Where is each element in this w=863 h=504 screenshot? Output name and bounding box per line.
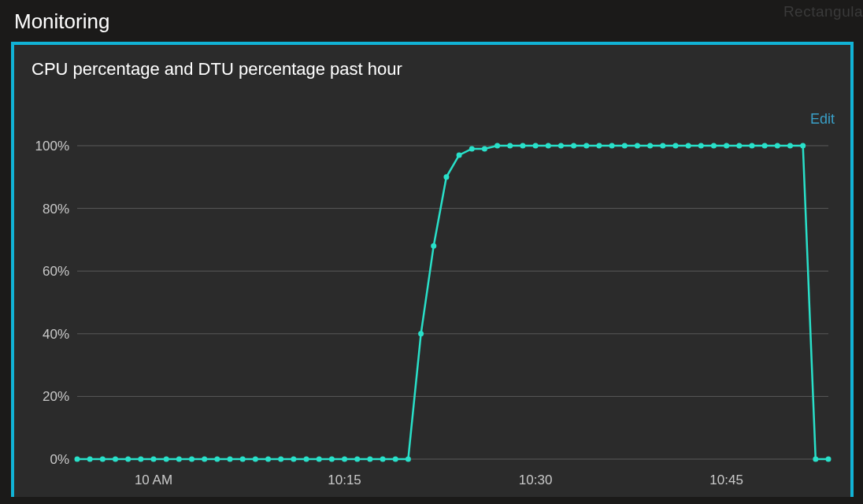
series-point (494, 143, 500, 149)
x-axis-tick-label: 10 AM (135, 472, 172, 487)
series-point (354, 457, 360, 462)
series-point (75, 457, 80, 462)
series-point (775, 143, 780, 149)
page-title: Monitoring (0, 0, 863, 42)
series-point (406, 457, 411, 462)
series-point (787, 143, 793, 149)
series-point (660, 143, 665, 149)
series-point (711, 143, 717, 149)
series-point (189, 457, 194, 462)
series-point (469, 146, 475, 151)
series-point (393, 457, 398, 462)
series-point (253, 457, 258, 462)
series-point (571, 143, 576, 149)
series-point (125, 457, 131, 462)
series-point (533, 143, 539, 149)
series-point (176, 457, 182, 462)
series-point (647, 143, 653, 149)
y-axis-tick-label: 40% (43, 327, 69, 342)
y-axis-tick-label: 60% (43, 264, 69, 279)
series-point (87, 457, 93, 462)
series-point (609, 143, 615, 149)
edit-link[interactable]: Edit (810, 111, 835, 128)
series-line-cpu (77, 146, 828, 459)
series-point (367, 457, 372, 462)
y-axis-tick-label: 100% (35, 139, 69, 154)
series-point (431, 243, 436, 249)
y-axis-tick-label: 20% (43, 389, 69, 404)
series-point (520, 143, 525, 149)
series-point (342, 457, 347, 462)
series-point (317, 457, 322, 462)
series-point (278, 457, 283, 462)
series-point (546, 143, 551, 149)
series-point (202, 457, 207, 462)
series-point (380, 457, 386, 462)
series-point (228, 457, 233, 462)
series-point (100, 457, 106, 462)
series-point (443, 174, 449, 180)
chart-svg: 0%20%40%60%80%100%10 AM10:1510:3010:45 (30, 139, 835, 500)
series-point (457, 152, 462, 158)
series-point (583, 143, 589, 149)
series-point (762, 143, 768, 149)
series-point (240, 457, 246, 462)
series-point (724, 143, 729, 149)
x-axis-tick-label: 10:45 (709, 472, 743, 487)
x-axis-tick-label: 10:30 (519, 472, 553, 487)
series-point (698, 143, 704, 149)
chart-title: CPU percentage and DTU percentage past h… (14, 45, 850, 84)
series-point (686, 143, 691, 149)
series-point (813, 457, 818, 462)
series-point (418, 331, 424, 336)
series-point (826, 457, 832, 462)
series-point (622, 143, 628, 149)
series-point (672, 143, 678, 149)
series-point (558, 143, 564, 149)
series-point (329, 457, 335, 462)
x-axis-tick-label: 10:15 (328, 472, 361, 487)
series-point (214, 457, 220, 462)
series-point (265, 457, 271, 462)
y-axis-tick-label: 80% (43, 202, 69, 217)
chart-card: CPU percentage and DTU percentage past h… (11, 42, 854, 497)
series-point (304, 457, 309, 462)
series-point (596, 143, 602, 149)
series-point (164, 457, 169, 462)
series-point (138, 457, 143, 462)
series-point (113, 457, 118, 462)
series-point (749, 143, 754, 149)
chart-plot: 0%20%40%60%80%100%10 AM10:1510:3010:45 (30, 139, 835, 497)
series-point (507, 143, 513, 149)
series-point (635, 143, 640, 149)
y-axis-tick-label: 0% (50, 452, 69, 467)
series-point (800, 143, 806, 149)
series-point (151, 457, 157, 462)
series-point (736, 143, 742, 149)
series-point (482, 146, 487, 151)
series-point (291, 457, 296, 462)
